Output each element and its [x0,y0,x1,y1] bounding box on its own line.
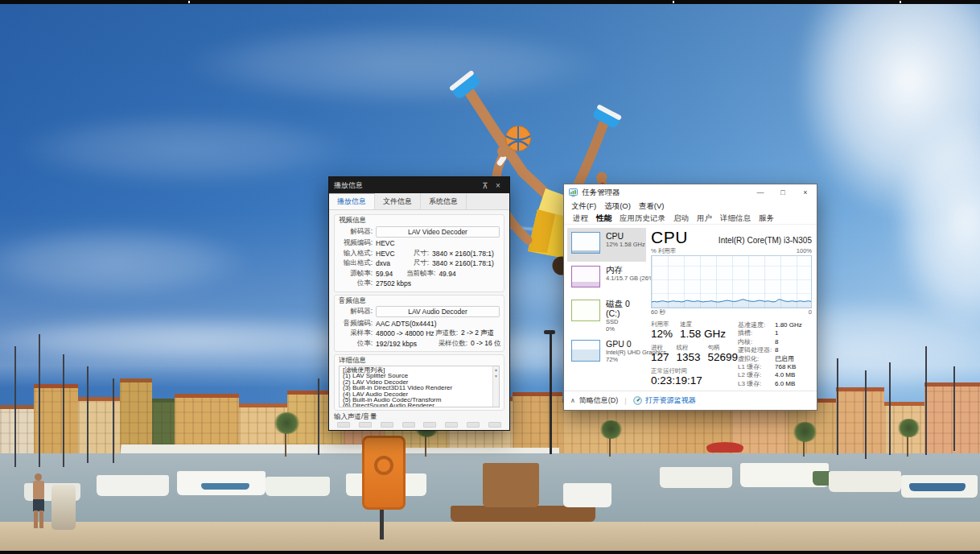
letterbox-top [0,0,980,4]
building [34,384,78,455]
video-info-group: 视频信息 解码器: LAV Video Decoder 视频编码: HEVC 输… [334,214,504,292]
sidebar-item-gpu[interactable]: GPU 0 Intel(R) UHD Graphics 72% [567,336,646,370]
volume-meters [334,421,504,428]
axis-label-utilization: % 利用率 [651,247,676,255]
gpu-mini-graph [571,340,600,362]
tab-users[interactable]: 用户 [693,213,716,224]
cpu-panel: CPU Intel(R) Core(TM) i3-N305 % 利用率 100%… [646,228,812,391]
resource-monitor-icon [633,396,642,405]
channel-meter [423,422,436,428]
channel-meter [337,422,350,428]
playback-info-body: 视频信息 解码器: LAV Video Decoder 视频编码: HEVC 输… [329,210,509,430]
info-row: 采样率: 48000 -> 48000 Hz 声道数: 2 -> 2 声道 [339,329,500,339]
cpu-model: Intel(R) Core(TM) i3-N305 [719,236,812,245]
palm-tree [599,420,623,439]
playback-info-window: 播放信息 ⊼ × 播放信息 文件信息 系统信息 视频信息 解码器: LAV Vi… [328,176,510,431]
stat-processes: 进程 127 [651,344,669,364]
open-resource-monitor-link[interactable]: 打开资源监视器 [645,395,696,406]
task-manager-tabs: 进程 性能 应用历史记录 启动 用户 详细信息 服务 [564,213,817,225]
tab-processes[interactable]: 进程 [569,213,592,224]
boat-mast [318,378,319,455]
channel-meter [402,422,415,428]
tab-app-history[interactable]: 应用历史记录 [616,213,669,224]
menu-options[interactable]: 选项(O) [600,201,635,212]
boat-mast [925,346,927,455]
tab-playback-info[interactable]: 播放信息 [329,193,375,209]
palm-tree [793,422,817,442]
boat [201,483,249,490]
cloud [16,113,354,185]
channel-meter [381,422,393,428]
boat-mast [953,366,955,451]
task-manager-titlebar[interactable]: 任务管理器 — □ × [564,184,817,201]
menu-view[interactable]: 查看(V) [635,201,669,212]
stat-speed: 速度 1.58 GHz [680,320,726,341]
tab-startup[interactable]: 启动 [669,213,693,224]
boat-mast [865,370,867,459]
minimize-icon[interactable]: — [749,184,772,201]
memory-mini-graph [571,266,600,287]
filter-list[interactable]: [滤镜使用列表] (1) LAV Splitter Source (2) LAV… [339,366,500,407]
video-decoder-button[interactable]: LAV Video Decoder [376,226,500,238]
desktop: 播放信息 ⊼ × 播放信息 文件信息 系统信息 视频信息 解码器: LAV Vi… [0,0,980,554]
cpu-usage-graph[interactable] [651,255,812,308]
fewer-details-toggle[interactable]: 简略信息(D) [579,395,619,406]
chevron-up-icon[interactable]: ∧ [570,397,575,404]
axis-label-0: 0 [809,308,812,316]
letterbox-bottom [0,551,980,554]
tab-file-info[interactable]: 文件信息 [375,193,421,209]
boat-mast [87,366,89,463]
maximize-icon[interactable]: □ [772,184,794,201]
tab-services[interactable]: 服务 [755,213,778,224]
task-manager-window: 任务管理器 — □ × 文件(F) 选项(O) 查看(V) 进程 性能 应用历史… [563,184,817,411]
red-umbrella [706,442,743,453]
palm-tree [897,419,920,437]
tab-system-info[interactable]: 系统信息 [421,193,467,209]
boat-mast [39,334,40,467]
close-icon[interactable]: × [492,181,504,190]
boat [483,463,539,507]
street-lamp-pole [550,333,552,454]
channel-meter [488,422,501,428]
sidebar-item-cpu[interactable]: CPU 12% 1.58 GHz [567,228,646,262]
axis-label-100: 100% [797,247,812,255]
audio-decoder-button[interactable]: LAV Audio Decoder [376,306,500,317]
building [0,405,34,455]
channel-meter [467,422,480,428]
playback-info-titlebar[interactable]: 播放信息 ⊼ × [329,177,509,193]
footer-divider: | [624,397,626,405]
sidebar-item-memory[interactable]: 内存 4.1/15.7 GB (26%) [567,262,646,296]
task-manager-icon [569,188,578,197]
stat-uptime: 正常运行时间 0:23:19:17 [651,367,702,387]
boat [451,506,595,522]
close-icon[interactable]: × [794,184,817,201]
section-title: 详细信息 [339,356,500,365]
boat-mast [889,362,891,455]
channel-meter [359,422,372,428]
scrollbar[interactable]: ▲▼ [492,366,499,407]
menu-file[interactable]: 文件(F) [567,201,600,212]
cpu-graph-line [652,300,811,302]
cpu-panel-title: CPU [651,228,688,247]
tab-details[interactable]: 详细信息 [716,213,755,224]
basketball-stand-ring [374,456,393,475]
boat [909,483,966,491]
section-title: 音频信息 [339,296,500,305]
boat-mast [63,354,64,467]
boat [563,483,611,507]
boat [829,471,901,492]
audio-info-group: 音频信息 解码器: LAV Audio Decoder 音频编码: AAC AD… [334,295,504,353]
info-row: 位率: 27502 kbps [339,279,500,289]
boat-mast [113,378,114,463]
decoder-label: 解码器: [339,307,376,316]
playback-info-tabs: 播放信息 文件信息 系统信息 [329,193,509,210]
boat [660,467,732,488]
palm-tree [274,412,300,434]
tab-performance[interactable]: 性能 [592,213,616,224]
cpu-graph-area [652,300,811,308]
pin-icon[interactable]: ⊼ [479,181,492,190]
cpu-stats-detail: 基准速度:1.80 GHz 插槽:1 内核:8 逻辑处理器:8 虚拟化:已启用 … [735,320,812,391]
decoder-label: 解码器: [339,227,376,237]
sidebar-item-disk[interactable]: 磁盘 0 (C:) SSD 0% [567,296,646,336]
stat-threads: 线程 1353 [677,344,701,364]
